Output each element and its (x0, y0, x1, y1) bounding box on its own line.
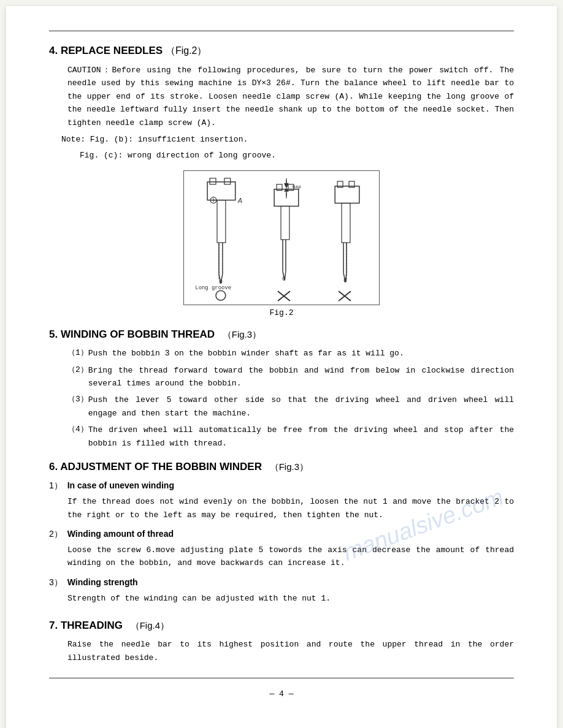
svg-rect-2 (224, 178, 231, 184)
figure2-container: Long groove A Gap (49, 170, 514, 317)
bottom-rule (49, 678, 514, 678)
subsection6-1-title: 1） In case of uneven winding (49, 480, 514, 491)
svg-point-15 (216, 290, 226, 300)
subsection6-1-bold: In case of uneven winding (67, 480, 174, 490)
svg-rect-22 (281, 207, 289, 240)
list-item-1: （1） Push the bobbin 3 on the bobbin wind… (67, 347, 514, 360)
section4-note2: Fig. (c): wrong direction of long groove… (80, 149, 514, 162)
subsection6-3-bold: Winding strength (67, 577, 138, 587)
section4-caution-text: CAUTION：Before using the following proce… (67, 66, 514, 127)
list-content-2: Bring the thread forward toward the bobb… (88, 364, 514, 390)
figure2-box: Long groove A Gap (183, 170, 380, 305)
section4-title-text: 4. REPLACE NEEDLES (49, 45, 163, 56)
list-number-1: （1） (67, 347, 88, 360)
section4-note1-text: Note: Fig. (b): insufficient insertion. (61, 135, 248, 144)
list-content-1: Push the bobbin 3 on the bobbin winder s… (88, 347, 514, 360)
figure2-caption: Fig.2 (269, 308, 293, 317)
list-number-4: （4） (67, 423, 88, 450)
list-number-2: （2） (67, 364, 88, 390)
section4-caution: CAUTION：Before using the following proce… (67, 64, 514, 129)
subsection6-1-body: If the thread does not wind evenly on th… (67, 495, 514, 521)
svg-text:Long  groove: Long groove (195, 285, 231, 291)
svg-text:A: A (237, 197, 242, 204)
section6-title-text: 6. ADJUSTMENT OF THE BOBBIN WINDER (49, 461, 262, 472)
section7-fig-ref: （Fig.4） (131, 620, 169, 631)
subsection6-2-bold: Winding amount of thread (67, 529, 174, 539)
subsection6-3-number: 3） (49, 577, 63, 587)
page: 4. REPLACE NEEDLES （Fig.2） CAUTION：Befor… (6, 6, 557, 728)
svg-rect-1 (210, 178, 216, 184)
section7-body: Raise the needle bar to its highest posi… (67, 638, 514, 664)
page-number: — 4 — (49, 689, 514, 699)
list-content-3: Push the lever 5 toward other side so th… (88, 393, 514, 420)
section4-note1: Note: Fig. (b): insufficient insertion. (61, 133, 514, 146)
section4-title: 4. REPLACE NEEDLES （Fig.2） (49, 45, 514, 58)
top-rule (49, 31, 514, 31)
subsection6-2-title: 2） Winding amount of thread (49, 529, 514, 540)
section5-list: （1） Push the bobbin 3 on the bobbin wind… (49, 347, 514, 450)
section5-title-text: 5. WINDING OF BOBBIN THREAD (49, 328, 215, 340)
list-item-4: （4） The driven wheel will automatically … (67, 423, 514, 450)
svg-rect-6 (217, 200, 226, 243)
section7-title-text: 7. THREADING (49, 620, 123, 631)
list-item-2: （2） Bring the thread forward toward the … (67, 364, 514, 390)
svg-rect-30 (335, 186, 359, 203)
figure2-svg: Long groove A Gap (184, 171, 379, 305)
subsection6-1-number: 1） (49, 480, 63, 490)
svg-rect-33 (342, 203, 350, 243)
subsection6-3-body: Strength of the winding can be adjusted … (67, 592, 514, 605)
section6-title: 6. ADJUSTMENT OF THE BOBBIN WINDER （Fig.… (49, 461, 514, 473)
section5-title: 5. WINDING OF BOBBIN THREAD （Fig.3） (49, 328, 514, 341)
list-item-3: （3） Push the lever 5 toward other side s… (67, 393, 514, 420)
subsection6-2-number: 2） (49, 529, 63, 539)
section5-fig-ref: （Fig.3） (223, 329, 261, 339)
list-number-3: （3） (67, 393, 88, 420)
list-content-4: The driven wheel will automatically be f… (88, 423, 514, 450)
section7-title: 7. THREADING （Fig.4） (49, 620, 514, 632)
section4-note2-text: Fig. (c): wrong direction of long groove… (80, 151, 276, 160)
subsection6-2-body: Loose the screw 6.move adjusting plate 5… (67, 544, 514, 570)
section4-fig-ref: （Fig.2） (166, 45, 207, 56)
section6-fig-ref: （Fig.3） (270, 461, 308, 472)
subsection6-3-title: 3） Winding strength (49, 577, 514, 588)
